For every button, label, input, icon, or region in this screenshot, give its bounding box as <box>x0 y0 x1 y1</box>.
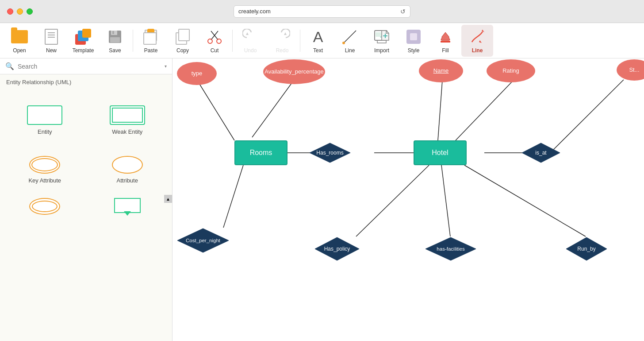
text-label: Text <box>313 47 323 54</box>
copy-icon <box>174 28 192 46</box>
attr-rating[interactable]: Rating <box>487 59 535 82</box>
main-area: 🔍 ▾ Entity Relationship (UML) ▲ Entity W… <box>0 58 644 341</box>
paste-label: Paste <box>144 47 158 54</box>
svg-text:Cost_per_night: Cost_per_night <box>186 238 221 243</box>
er-diagram-svg <box>172 58 644 341</box>
shape-item-attribute[interactable]: Attribute <box>86 140 169 189</box>
svg-rect-2 <box>110 37 120 43</box>
relationship-cost-per-night[interactable]: Cost_per_night <box>176 228 230 253</box>
import-label: Import <box>374 47 389 54</box>
paste-button[interactable]: Paste <box>135 25 167 57</box>
save-icon <box>106 28 124 46</box>
paste-icon <box>142 28 160 46</box>
style-button[interactable]: Style <box>398 25 429 57</box>
line-active-button[interactable]: Line <box>461 25 493 57</box>
svg-text:Has_policy: Has_policy <box>324 246 350 252</box>
svg-rect-13 <box>376 32 382 37</box>
canvas[interactable]: type Availability_percentage Name Rating… <box>172 58 644 341</box>
attr-type[interactable]: type <box>177 62 217 85</box>
template-button[interactable]: Template <box>67 25 99 57</box>
svg-rect-15 <box>410 33 417 40</box>
open-button[interactable]: Open <box>4 25 35 57</box>
key-attribute-label: Key Attribute <box>28 177 61 184</box>
search-arrow-icon[interactable]: ▾ <box>165 64 167 69</box>
new-icon <box>42 28 60 46</box>
traffic-lights <box>7 8 33 15</box>
svg-line-17 <box>199 83 234 140</box>
relationship-has-facilities[interactable]: has-facilities <box>425 236 477 261</box>
key-attribute-shape <box>29 156 60 174</box>
attribute-shape <box>112 156 143 174</box>
import-icon <box>373 28 391 46</box>
svg-text:Has_rooms: Has_rooms <box>316 150 343 156</box>
fill-button[interactable]: Fill <box>429 25 461 57</box>
svg-line-18 <box>252 83 292 137</box>
search-icon: 🔍 <box>5 62 14 70</box>
relationship-has-policy[interactable]: Has_policy <box>314 236 360 261</box>
svg-line-21 <box>438 81 442 140</box>
toolbar: Open New Template Save <box>0 23 644 58</box>
entity-rooms[interactable]: Rooms <box>234 140 288 165</box>
url-text: creately.com <box>238 8 271 15</box>
copy-button[interactable]: Copy <box>167 25 199 57</box>
fill-icon <box>437 28 454 46</box>
shape-item-extra2[interactable] <box>86 189 169 220</box>
close-button[interactable] <box>7 8 13 15</box>
template-label: Template <box>73 47 94 54</box>
svg-point-11 <box>342 42 345 44</box>
svg-line-28 <box>550 80 624 153</box>
new-button[interactable]: New <box>35 25 67 57</box>
text-icon: A <box>309 28 327 46</box>
new-label: New <box>46 47 57 54</box>
copy-label: Copy <box>176 47 189 54</box>
weak-entity-label: Weak Entity <box>112 128 142 135</box>
entity-hotel[interactable]: Hotel <box>414 140 467 165</box>
separator-2 <box>232 30 233 52</box>
attr-name[interactable]: Name <box>419 59 463 82</box>
shape-item-weak-entity[interactable]: Weak Entity <box>86 92 169 140</box>
svg-point-6 <box>208 39 212 43</box>
style-icon <box>405 28 422 46</box>
shape-item-extra[interactable] <box>4 189 86 220</box>
cut-button[interactable]: Cut <box>199 25 230 57</box>
line-button[interactable]: Line <box>334 25 366 57</box>
relationship-has-rooms[interactable]: Has_rooms <box>309 142 351 163</box>
maximize-button[interactable] <box>27 8 33 15</box>
minimize-button[interactable] <box>17 8 23 15</box>
separator-3 <box>300 30 300 52</box>
undo-button[interactable]: Undo <box>234 25 266 57</box>
redo-button[interactable]: Redo <box>266 25 298 57</box>
scroll-up-arrow[interactable]: ▲ <box>164 195 172 203</box>
template-icon <box>74 28 92 46</box>
sidebar: 🔍 ▾ Entity Relationship (UML) ▲ Entity W… <box>0 58 172 341</box>
attribute-label: Attribute <box>117 177 138 184</box>
svg-text:is_at: is_at <box>535 150 547 156</box>
relationship-run-by[interactable]: Run_by <box>565 236 608 261</box>
redo-label: Redo <box>276 47 289 54</box>
refresh-icon[interactable]: ↺ <box>400 8 406 15</box>
relationship-is-at[interactable]: is_at <box>521 142 561 163</box>
import-button[interactable]: Import <box>366 25 398 57</box>
shape-item-key-attribute[interactable]: Key Attribute <box>4 140 86 189</box>
save-button[interactable]: Save <box>99 25 131 57</box>
svg-marker-8 <box>246 32 249 35</box>
search-bar: 🔍 ▾ <box>0 58 172 74</box>
svg-rect-16 <box>441 41 450 43</box>
svg-line-10 <box>344 31 356 43</box>
fill-label: Fill <box>442 47 448 54</box>
line-active-icon <box>468 28 486 46</box>
svg-line-26 <box>441 165 450 236</box>
text-button[interactable]: A Text <box>302 25 334 57</box>
shape-item-entity[interactable]: Entity <box>4 92 86 140</box>
svg-rect-3 <box>112 31 114 34</box>
titlebar: creately.com ↺ <box>0 0 644 23</box>
svg-line-25 <box>356 165 429 236</box>
line-active-label: Line <box>472 47 483 54</box>
search-input[interactable] <box>18 63 161 70</box>
line-icon <box>341 28 359 46</box>
url-bar[interactable]: creately.com ↺ <box>234 5 410 18</box>
attr-star[interactable]: St... <box>617 59 644 81</box>
attr-availability[interactable]: Availability_percentage <box>263 59 325 84</box>
cut-label: Cut <box>211 47 219 54</box>
open-label: Open <box>13 47 26 54</box>
